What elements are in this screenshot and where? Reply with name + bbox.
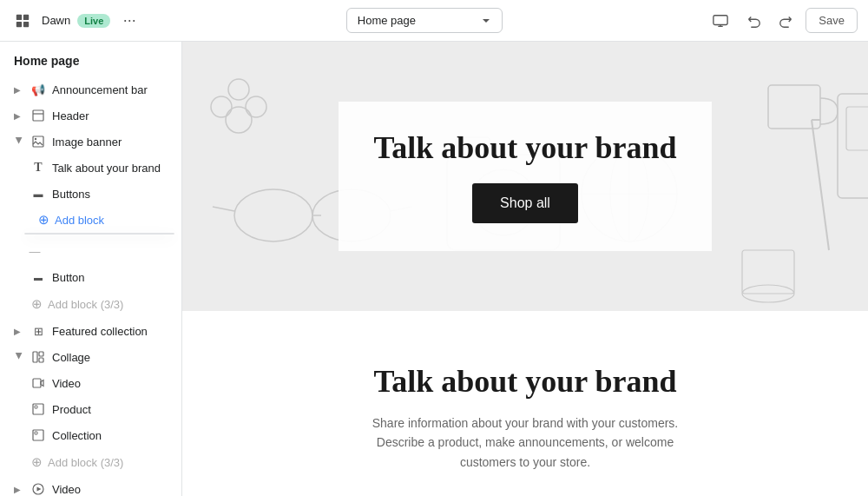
- svg-point-8: [35, 138, 36, 140]
- svg-rect-4: [713, 15, 727, 24]
- sidebar-item-video-section[interactable]: ▶ Video: [0, 476, 181, 496]
- topbar-right: Save: [707, 7, 858, 35]
- svg-point-48: [246, 96, 266, 117]
- svg-rect-35: [838, 94, 868, 198]
- desktop-view-button[interactable]: [707, 7, 734, 35]
- svg-rect-14: [35, 406, 37, 408]
- topbar-center: Home page: [148, 8, 700, 33]
- topbar: Dawn Live ··· Home page Save: [0, 0, 868, 42]
- page-select-value: Home page: [358, 14, 416, 27]
- expand-icon: ▶: [15, 352, 24, 362]
- announce-icon: [31, 83, 45, 96]
- collapsed-icon: —: [28, 244, 42, 258]
- topbar-left: Dawn Live ···: [10, 9, 141, 33]
- button-block-label: Button: [52, 271, 85, 284]
- header-icon: [31, 109, 45, 122]
- video-section-label: Video: [52, 483, 81, 496]
- sidebar-item-header[interactable]: ▶ Header: [0, 103, 181, 129]
- buttons-icon: [31, 187, 45, 201]
- plus-icon-3: ⊕: [31, 454, 43, 470]
- brand-description: Share information about your brand with …: [352, 413, 699, 472]
- svg-rect-2: [16, 21, 22, 26]
- main-layout: Home page ▶ Announcement bar ▶ Header ▶ …: [0, 42, 868, 496]
- svg-point-50: [228, 79, 249, 100]
- sidebar-title: Home page: [0, 42, 181, 76]
- plus-icon-2: ⊕: [31, 296, 43, 312]
- canvas-inner: Talk about your brand Shop all Talk abou…: [182, 42, 868, 496]
- svg-point-49: [211, 96, 232, 117]
- product-icon: [31, 402, 45, 416]
- svg-rect-11: [39, 358, 43, 362]
- expand-icon: ▶: [15, 136, 24, 147]
- image-banner-icon: [31, 135, 45, 149]
- image-banner-section: Talk about your brand Shop all: [182, 42, 868, 311]
- text-t-icon: [31, 161, 45, 175]
- add-block-3-button[interactable]: ⊕ Add block (3/3): [0, 448, 181, 476]
- expand-icon: ▶: [14, 485, 24, 494]
- undo-button[interactable]: [740, 7, 767, 35]
- svg-rect-3: [23, 21, 29, 26]
- svg-rect-10: [39, 352, 43, 356]
- redo-button[interactable]: [773, 7, 800, 35]
- featured-collection-icon: [31, 324, 45, 338]
- collection-label: Collection: [52, 429, 102, 442]
- announcement-bar-label: Announcement bar: [52, 83, 148, 96]
- expand-icon: ▶: [14, 111, 24, 121]
- expand-icon: ▶: [14, 85, 24, 95]
- button-block-icon: [31, 270, 45, 284]
- svg-line-38: [812, 120, 829, 250]
- sidebar-item-button-block[interactable]: Button: [0, 264, 181, 290]
- svg-rect-5: [33, 110, 43, 121]
- svg-rect-16: [35, 432, 37, 434]
- sidebar-item-announcement-bar[interactable]: ▶ Announcement bar: [0, 76, 181, 103]
- add-block-label: Add block: [55, 214, 104, 227]
- collage-video-label: Video: [52, 377, 81, 390]
- sidebar-item-collage[interactable]: ▶ Collage: [0, 344, 181, 370]
- svg-rect-7: [33, 136, 43, 147]
- sidebar-item-buttons[interactable]: Buttons: [0, 181, 181, 207]
- save-button[interactable]: Save: [806, 8, 858, 33]
- banner-title: Talk about your brand: [373, 129, 676, 166]
- svg-rect-12: [33, 379, 41, 387]
- more-options-button[interactable]: ···: [117, 9, 141, 33]
- sidebar-item-talk-about-brand[interactable]: Talk about your brand: [0, 155, 181, 181]
- theme-blocks-dropdown: THEME BLOCKS Text: [24, 233, 174, 235]
- svg-rect-0: [16, 14, 22, 19]
- grid-menu-button[interactable]: [10, 9, 35, 33]
- svg-line-23: [213, 207, 234, 211]
- svg-rect-36: [846, 107, 868, 150]
- shop-all-button[interactable]: Shop all: [472, 183, 578, 223]
- collapsed-section-row[interactable]: —: [0, 238, 181, 264]
- page-selector[interactable]: Home page: [346, 8, 503, 33]
- add-block-2-label: Add block (3/3): [48, 298, 123, 311]
- talk-about-brand-label: Talk about your brand: [52, 162, 161, 175]
- image-banner-label: Image banner: [52, 136, 122, 149]
- video-icon: [31, 376, 45, 390]
- sidebar-item-collage-video[interactable]: Video: [0, 370, 181, 396]
- svg-rect-9: [33, 352, 37, 362]
- brand-section: Talk about your brand Share information …: [182, 311, 868, 496]
- sidebar: Home page ▶ Announcement bar ▶ Header ▶ …: [0, 42, 182, 496]
- live-badge: Live: [77, 14, 110, 28]
- product-label: Product: [52, 403, 91, 416]
- svg-point-47: [226, 107, 252, 133]
- site-name: Dawn: [42, 14, 70, 27]
- banner-overlay: Talk about your brand Shop all: [339, 102, 711, 251]
- svg-rect-1: [23, 14, 29, 19]
- sidebar-item-featured-collection[interactable]: ▶ Featured collection: [0, 318, 181, 344]
- sidebar-item-image-banner[interactable]: ▶ Image banner: [0, 129, 181, 155]
- featured-collection-label: Featured collection: [52, 325, 148, 338]
- buttons-label: Buttons: [52, 188, 90, 201]
- expand-icon: ▶: [14, 327, 24, 336]
- add-block-2-button[interactable]: ⊕ Add block (3/3): [0, 290, 181, 318]
- plus-icon: ⊕: [38, 212, 49, 228]
- header-label: Header: [52, 109, 89, 122]
- sidebar-item-collection[interactable]: Collection: [0, 422, 181, 448]
- sidebar-item-product[interactable]: Product: [0, 396, 181, 422]
- canvas: Talk about your brand Shop all Talk abou…: [182, 42, 868, 496]
- collage-label: Collage: [52, 351, 90, 364]
- add-block-button[interactable]: ⊕ Add block: [0, 207, 181, 233]
- svg-point-21: [234, 189, 312, 241]
- collage-icon: [31, 350, 45, 364]
- add-block-3-label: Add block (3/3): [48, 456, 123, 469]
